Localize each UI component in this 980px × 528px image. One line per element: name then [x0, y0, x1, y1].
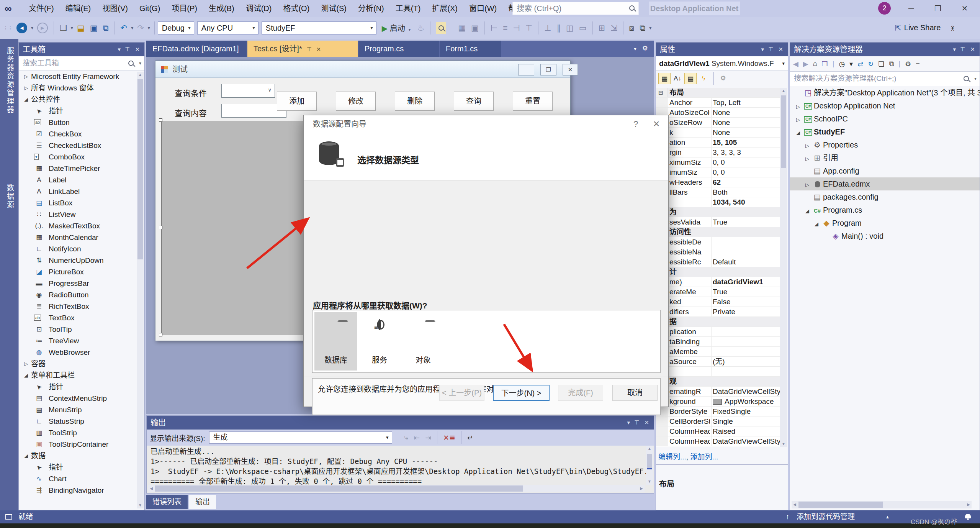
toolbox-section-Microsoft Entity Framework[interactable]: ▷Microsoft Entity Framework — [19, 71, 144, 82]
toolbox-item-指针[interactable]: ➤指针 — [19, 105, 144, 117]
property-row-ColumnHeac[interactable]: ColumnHeacRaised — [656, 426, 781, 436]
bottom-tab-输出[interactable]: 输出 — [189, 495, 216, 509]
tree-item-引用[interactable]: ▷⊞引用 — [790, 151, 980, 164]
toolbox-item-WebBrowser[interactable]: ◍WebBrowser — [19, 347, 144, 358]
scroll-up-icon[interactable]: ▲ — [137, 72, 144, 78]
quick-search-input[interactable]: 搜索 (Ctrl+Q) — [512, 2, 639, 15]
close-icon[interactable]: ✕ — [316, 46, 321, 52]
window-position-icon[interactable]: ▾ — [953, 43, 956, 56]
align-tool-icon[interactable]: ⊣ — [513, 23, 520, 33]
form-button-重置[interactable]: 重置 — [513, 92, 553, 111]
property-row-ximumSiz[interactable]: ximumSiz0, 0 — [656, 157, 781, 167]
edit-columns-link[interactable]: 编辑列... — [658, 453, 686, 461]
label-query-condition[interactable]: 查询条件 — [175, 87, 207, 98]
property-row-size[interactable]: 1034, 540 — [656, 197, 781, 207]
property-section-观[interactable]: 观 — [656, 377, 781, 387]
pin-icon[interactable]: ⊤ — [125, 43, 130, 56]
property-row-ation[interactable]: ation15, 105 — [656, 138, 781, 148]
expanded-arrow-icon[interactable]: ◢ — [812, 218, 821, 230]
scroll-up-icon[interactable]: ▲ — [780, 88, 787, 94]
property-section-访问性[interactable]: 访问性 — [656, 227, 781, 237]
toolbox-item-StatusStrip[interactable]: ∟StatusStrip — [19, 416, 144, 427]
scrollbar-thumb[interactable] — [798, 502, 883, 508]
property-section-计[interactable]: 计 — [656, 267, 781, 277]
wizard-button-上一步P[interactable]: < 上一步(P) — [439, 385, 484, 401]
collapse-minus-icon[interactable]: ⊟ — [658, 88, 663, 98]
live-share-label[interactable]: Live Share — [904, 23, 941, 32]
data-source-option-服务[interactable]: ≡服务 — [358, 312, 401, 371]
chevron-down-icon[interactable]: ▾ — [649, 25, 651, 31]
document-tab-Form1.cs[interactable]: Form1.cs — [440, 41, 501, 57]
scrollbar-thumb[interactable] — [647, 454, 652, 469]
toolbox-item-ToolStripContainer[interactable]: ▣ToolStripContainer — [19, 439, 144, 450]
toolbox-item-ContextMenuStrip[interactable]: ▤ContextMenuStrip — [19, 393, 144, 404]
solution-search-input[interactable]: 搜索解决方案资源管理器(Ctrl+;) ▾ — [790, 72, 980, 86]
save-icon[interactable]: ▣ — [90, 23, 98, 33]
goto-message-icon[interactable]: ⤷ — [404, 433, 409, 442]
close-icon[interactable]: ✕ — [778, 43, 783, 56]
scroll-left-icon[interactable]: ◀ — [148, 485, 154, 492]
scroll-down-icon[interactable]: ▼ — [137, 502, 144, 508]
close-icon[interactable]: ✕ — [970, 43, 975, 56]
tree-item-packages.config[interactable]: ▤packages.config — [790, 190, 980, 203]
toolbox-item-指针[interactable]: ➤指针 — [19, 462, 144, 473]
wizard-button-取消[interactable]: 取消 — [612, 385, 658, 401]
menu-item-编辑[interactable]: 编辑(E) — [60, 0, 97, 17]
toolbox-item-DateTimePicker[interactable]: ▦DateTimePicker — [19, 163, 144, 174]
tab-list-chevron-icon[interactable]: ▾ — [634, 41, 636, 57]
property-row-rgin[interactable]: rgin3, 3, 3, 3 — [656, 148, 781, 157]
collapsed-arrow-icon[interactable]: ▷ — [803, 152, 811, 164]
properties-scrollbar[interactable]: ▲ ▼ — [780, 88, 787, 447]
toolbox-item-BindingNavigator[interactable]: ⇶BindingNavigator — [19, 485, 144, 496]
tab-data-sources[interactable]: 数据源 — [5, 184, 15, 209]
document-tab-Program.cs[interactable]: Program.cs — [358, 41, 439, 57]
platform-dropdown[interactable]: Any CPU▾ — [197, 21, 258, 34]
properties-wrench-icon[interactable]: ⚙ — [905, 60, 911, 68]
restore-window-icon[interactable]: ❐ — [929, 0, 947, 17]
menu-item-测试[interactable]: 测试(S) — [315, 0, 352, 17]
toolbox-item-NumericUpDown[interactable]: ⇅NumericUpDown — [19, 255, 144, 266]
tree-item-StudyEF[interactable]: ◢C#StudyEF — [790, 125, 980, 138]
debug-configuration-dropdown[interactable]: Debug▾ — [158, 21, 194, 34]
scroll-right-icon[interactable]: ▶ — [638, 485, 645, 492]
toolbox-item-ListView[interactable]: ∷ListView — [19, 209, 144, 220]
open-file-icon[interactable]: ⬓ — [77, 23, 85, 33]
property-row-CellBorderSt[interactable]: CellBorderStSingle — [656, 416, 781, 426]
collapsed-arrow-icon[interactable]: ▷ — [803, 179, 811, 190]
scrollbar-thumb[interactable] — [137, 79, 143, 259]
form-maximize-icon[interactable]: ❐ — [540, 64, 556, 75]
word-wrap-icon[interactable]: ↵ — [467, 433, 473, 442]
close-icon[interactable]: ✕ — [648, 115, 665, 133]
property-row-k[interactable]: kNone — [656, 128, 781, 138]
find-in-files-icon[interactable] — [436, 22, 446, 34]
form-button-删除[interactable]: 删除 — [395, 92, 435, 111]
startup-project-dropdown[interactable]: StudyEF▾ — [262, 21, 376, 34]
feedback-person-icon[interactable]: 🯅 — [950, 23, 954, 33]
scroll-down-icon[interactable]: ▼ — [780, 441, 787, 447]
expanded-arrow-icon[interactable]: ◢ — [803, 205, 811, 216]
size-tool-icon[interactable]: ∥ — [556, 23, 561, 33]
layout-tool-icon[interactable]: ⊞ — [599, 23, 605, 33]
property-row-sesValida[interactable]: sesValidaTrue — [656, 217, 781, 227]
previous-message-icon[interactable]: ⇤ — [414, 433, 420, 442]
layout-tool-icon[interactable]: ⇲ — [610, 23, 617, 33]
form-button-修改[interactable]: 修改 — [336, 92, 376, 111]
new-file-icon[interactable]: ❏ — [60, 23, 67, 33]
property-row-essibleRc[interactable]: essibleRcDefault — [656, 257, 781, 267]
document-tab-Test.cs [设计]*[interactable]: Test.cs [设计]*⊤✕ — [247, 41, 358, 57]
solution-explorer-header[interactable]: 解决方案资源管理器 ▾ ⊤ ✕ — [790, 43, 980, 56]
menu-item-调试[interactable]: 调试(D) — [240, 0, 278, 17]
clear-all-icon[interactable]: ✕≣ — [443, 433, 455, 442]
tree-item-Program[interactable]: ◢◆Program — [790, 216, 980, 230]
tree-item-Program.cs[interactable]: ◢C#Program.cs — [790, 203, 980, 216]
tree-item-SchoolPC[interactable]: ▷C#SchoolPC — [790, 112, 980, 125]
user-avatar[interactable]: 2 — [878, 2, 891, 15]
property-row-aSource[interactable]: aSource(无) — [656, 357, 781, 367]
property-row-me)[interactable]: me)dataGridView1 — [656, 277, 781, 287]
form-button-查询[interactable]: 查询 — [454, 92, 494, 111]
toolbox-item-MenuStrip[interactable]: ▤MenuStrip — [19, 404, 144, 416]
switch-views-icon[interactable]: ❐ — [822, 60, 828, 68]
property-row-kground[interactable]: kgroundAppWorkspace — [656, 397, 781, 407]
property-row-ernatingR[interactable]: ernatingRDataGridViewCellSty — [656, 387, 781, 397]
forward-icon[interactable]: ▶ — [803, 60, 808, 68]
